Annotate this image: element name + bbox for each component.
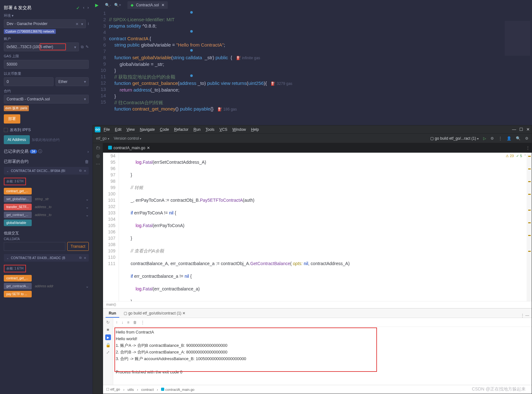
chevron-down-icon[interactable]: ⌄ <box>86 284 89 289</box>
unit-select[interactable]: Ether ▾ <box>55 77 89 86</box>
vcs-dropdown[interactable]: Version control ▾ <box>114 136 142 141</box>
down-icon[interactable]: ↓ <box>121 320 123 325</box>
close-icon[interactable]: ✕ <box>161 3 165 7</box>
run-config[interactable]: ▢ go build etf_go/...ract (1) ▾ <box>430 136 479 141</box>
chevron-right-icon[interactable]: › <box>88 149 89 154</box>
close-icon[interactable]: ✕ <box>84 169 86 173</box>
editor-tab[interactable]: contractA_main.go ✕ <box>105 144 153 151</box>
chevron-down-icon[interactable]: ⌄ <box>86 205 89 209</box>
menu-code[interactable]: Code <box>158 127 171 132</box>
ataddress-button[interactable]: At Address <box>4 135 30 144</box>
fn-arg-input[interactable] <box>34 196 84 202</box>
edit-icon[interactable]: ✎ <box>86 45 89 49</box>
close-icon[interactable]: ✕ <box>75 22 79 26</box>
menu-view[interactable]: View <box>125 127 137 132</box>
code-body[interactable]: log.Fatal(errSetContractAddress_A) } // … <box>119 153 532 301</box>
fn-button[interactable]: get_contract_... <box>4 212 32 218</box>
folder-icon[interactable]: 🗀 <box>96 145 100 150</box>
user-icon[interactable]: 👤 <box>507 136 511 141</box>
breadcrumb-file[interactable]: contractA_main.go <box>161 388 194 391</box>
settings-icon[interactable]: ⚙ <box>525 136 529 141</box>
trash-icon[interactable]: 🗑 <box>133 320 137 325</box>
copy-icon[interactable]: ⧉ <box>79 169 81 173</box>
editor-tab[interactable]: ◆ ContractA.sol ✕ <box>127 1 168 9</box>
chevron-down-icon[interactable]: ⌄ <box>6 169 9 173</box>
fn-arg-input[interactable] <box>34 204 84 210</box>
menu-edit[interactable]: Edit <box>113 127 123 132</box>
fn-arg-input[interactable] <box>34 283 84 289</box>
build-tab[interactable]: ▢ go build etf_go/utils/contract (1) ✕ <box>120 309 189 318</box>
maximize-icon[interactable]: ☐ <box>519 127 523 132</box>
softwrap-icon[interactable]: ≡ <box>127 320 129 325</box>
more-icon[interactable]: ⋮ <box>141 320 145 325</box>
inspection-badges[interactable]: ⚠ 23 ✓ 5 ˆ ˇ <box>506 154 528 158</box>
close-icon[interactable]: ✕ <box>526 127 530 132</box>
fn-button[interactable]: contract_get_... <box>4 188 32 194</box>
breadcrumb[interactable]: utils <box>127 388 134 391</box>
zoom-out-icon[interactable]: 🔍- <box>105 3 111 7</box>
transact-button[interactable]: Transact <box>67 242 89 251</box>
restart-icon[interactable]: ↻ <box>106 320 110 325</box>
menu-navigate[interactable]: Navigate <box>138 127 157 132</box>
breadcrumb[interactable]: contract <box>141 388 154 391</box>
menu-file[interactable]: File <box>102 127 112 132</box>
up-icon[interactable]: ↑ <box>116 320 118 325</box>
info-icon-2[interactable]: ⓘ <box>38 149 42 154</box>
gas-input[interactable] <box>4 60 89 69</box>
console-output[interactable]: Hello from ContractA Hello world! 1. 账户A… <box>113 327 532 385</box>
copy-icon[interactable]: ⧉ <box>79 256 81 260</box>
menu-refactor[interactable]: Refactor <box>172 127 190 132</box>
fn-button[interactable]: get_contractA... <box>4 283 32 289</box>
stop-icon[interactable]: ■ <box>107 327 109 332</box>
bookmark-icon[interactable]: ◎ <box>96 153 100 158</box>
run-icon[interactable]: ▶ <box>95 3 99 8</box>
more-icon[interactable]: ⋮ <box>526 146 530 150</box>
chevron-right-icon[interactable]: › <box>88 5 89 10</box>
contract-select[interactable]: ContractB - ContractA.sol▾ <box>4 95 89 104</box>
copy-icon[interactable]: ⧉ <box>81 45 84 49</box>
ipfs-checkbox[interactable] <box>4 128 8 132</box>
close-icon[interactable]: ✕ <box>147 146 150 150</box>
fn-button[interactable]: contract_get_... <box>4 275 32 282</box>
value-input[interactable] <box>4 77 54 86</box>
structure-icon[interactable]: ⋯ <box>96 162 100 167</box>
expand-icon[interactable]: ⤢ <box>106 350 110 355</box>
env-select[interactable]: Dev - Ganache Provider ✕ ▾ <box>4 19 86 28</box>
minimize-icon[interactable]: — <box>512 127 516 132</box>
chevron-down-icon[interactable]: ⌄ <box>6 256 9 260</box>
run-icon[interactable]: ▶ <box>105 334 111 340</box>
chevron-down-icon[interactable]: ⌄ <box>86 213 89 217</box>
search-icon[interactable]: 🔍 <box>516 136 521 141</box>
fn-button[interactable]: globalVariable <box>4 219 32 226</box>
code-stripe[interactable] <box>527 153 532 301</box>
lock-icon[interactable]: 🔒 <box>106 343 111 347</box>
run-tab[interactable]: Run <box>106 309 119 318</box>
menu-vcs[interactable]: VCS <box>217 127 229 132</box>
menu-window[interactable]: Window <box>230 127 248 132</box>
deploy-button[interactable]: 部署 <box>4 114 20 124</box>
minimap[interactable] <box>505 21 530 56</box>
run-icon[interactable]: ▷ <box>483 136 486 141</box>
account-select[interactable]: 0x582...733C3 (1005 ether) ▾ <box>4 42 79 51</box>
info-icon[interactable]: i <box>88 22 89 26</box>
calldata-input[interactable] <box>4 242 65 251</box>
menu-help[interactable]: Help <box>249 127 261 132</box>
go-editor[interactable]: 9495969798991001011021031041051061071081… <box>103 153 532 301</box>
code-body[interactable]: // SPDX-License-Identifier: MIT pragma s… <box>109 10 532 125</box>
zoom-in-icon[interactable]: 🔍+ <box>114 3 121 7</box>
debug-icon[interactable]: ⚙ <box>490 136 494 141</box>
chevron-down-icon[interactable]: ⌄ <box>86 197 89 201</box>
fn-arg-input[interactable] <box>34 212 84 218</box>
menu-run[interactable]: Run <box>191 127 202 132</box>
breadcrumb-root[interactable]: ☐ etf_go <box>106 387 120 391</box>
fn-button[interactable]: pay 5ETF to ... <box>4 291 32 297</box>
chevron-left-icon[interactable]: ‹ <box>83 5 84 10</box>
fn-button[interactable]: set_globalVari... <box>4 196 32 202</box>
project-dropdown[interactable]: etf_go ▾ <box>96 136 109 141</box>
more-icon[interactable]: ⋮ — <box>521 313 529 318</box>
close-icon[interactable]: ✕ <box>84 256 86 260</box>
more-icon[interactable]: ⋮ <box>498 136 502 141</box>
menu-tools[interactable]: Tools <box>204 127 216 132</box>
fn-button[interactable]: transfer_5ETF... <box>4 204 32 210</box>
trash-icon[interactable]: 🗑 <box>85 159 89 164</box>
